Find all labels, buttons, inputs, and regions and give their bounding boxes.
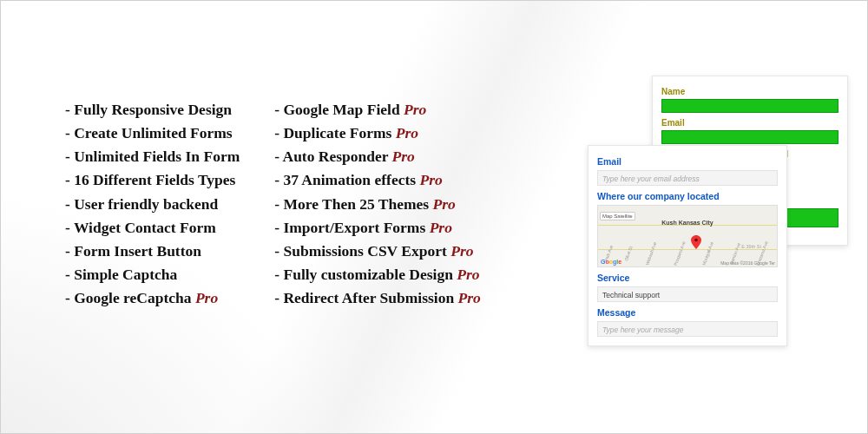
feature-item: - Fully customizable Design Pro (274, 263, 481, 286)
feature-item: - Duplicate Forms Pro (274, 122, 481, 145)
feature-columns: - Fully Responsive Design- Create Unlimi… (65, 98, 481, 310)
blue-form-card: Email Type here your email address Where… (588, 145, 787, 346)
email-input[interactable] (661, 130, 838, 144)
feature-item: - Auto Responder Pro (274, 145, 481, 168)
message-label: Message (597, 307, 778, 318)
message-input[interactable]: Type here your message (597, 321, 778, 337)
map-pin-icon (691, 235, 701, 249)
feature-item: - 16 Different Fields Types (65, 168, 240, 192)
feature-item: - Google Map Field Pro (274, 98, 481, 122)
feature-column-1: - Fully Responsive Design- Create Unlimi… (65, 98, 240, 310)
pro-badge: Pro (450, 242, 473, 260)
feature-item: - User friendly backend (65, 193, 240, 216)
feature-item: - Simple Captcha (65, 263, 240, 286)
name-input[interactable] (661, 99, 838, 113)
feature-item: - Unlimited Fields In Form (65, 145, 240, 168)
feature-item: - Submissions CSV Export Pro (274, 240, 481, 263)
map-center-text: Kush Kansas City (661, 220, 713, 226)
map-credit: Map data ©2016 Google Ter (720, 260, 775, 266)
pro-badge: Pro (195, 289, 218, 306)
pro-badge: Pro (404, 101, 426, 118)
email-input-blue[interactable]: Type here your email address (597, 170, 778, 186)
feature-item: - More Then 25 Themes Pro (274, 193, 481, 216)
service-select[interactable]: Technical support (597, 286, 778, 302)
pro-badge: Pro (392, 148, 415, 165)
email-label: Email (661, 118, 838, 128)
pro-badge: Pro (430, 219, 452, 236)
feature-item: - Google reCaptcha Pro (65, 286, 240, 310)
feature-item: - 37 Animation effects Pro (274, 168, 481, 192)
email-label-blue: Email (597, 156, 778, 167)
feature-item: - Widget Contact Form (65, 216, 240, 240)
form-preview-cluster: Name Email What kind of website you need… (588, 76, 848, 353)
google-logo: Google (601, 259, 621, 265)
map-tabs[interactable]: Map Satellite (600, 212, 635, 220)
feature-item: - Create Unlimited Forms (65, 122, 240, 145)
svg-point-0 (694, 239, 698, 242)
pro-badge: Pro (458, 289, 481, 306)
pro-badge: Pro (433, 195, 456, 213)
feature-item: - Form Insert Button (65, 240, 240, 263)
feature-item: - Import/Export Forms Pro (274, 216, 481, 240)
map-field[interactable]: Map Satellite Kush Kansas City Park AveO… (597, 205, 778, 267)
name-label: Name (661, 87, 838, 96)
map-street-labels: Park AveOlive StWabash AveProspect AveMo… (598, 251, 777, 256)
feature-item: - Fully Responsive Design (65, 98, 240, 122)
map-label: Where our company located (597, 191, 778, 201)
feature-column-2: - Google Map Field Pro- Duplicate Forms … (274, 98, 481, 310)
feature-item: - Redirect After Submission Pro (274, 286, 481, 310)
service-label: Service (597, 273, 778, 283)
pro-badge: Pro (457, 266, 479, 283)
pro-badge: Pro (419, 171, 442, 188)
pro-badge: Pro (396, 124, 418, 141)
